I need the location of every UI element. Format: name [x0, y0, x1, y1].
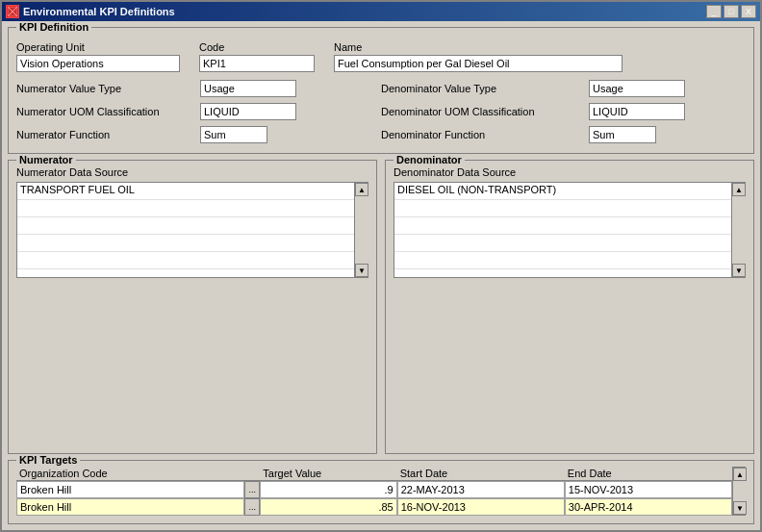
table-row[interactable]: ...	[16, 481, 732, 499]
list-item[interactable]	[394, 235, 731, 252]
data-sources-row: Numerator Numerator Data Source TRANSPOR…	[8, 160, 754, 454]
table-header-row: Organization Code Target Value Start Dat…	[16, 467, 732, 481]
denominator-data-source-container: DIESEL OIL (NON-TRANSPORT) ▲ ▼	[394, 182, 746, 278]
denominator-data-source-list[interactable]: DIESEL OIL (NON-TRANSPORT)	[394, 182, 732, 278]
start-date-cell[interactable]	[397, 498, 565, 516]
numerator-value-type-label: Numerator Value Type	[16, 83, 194, 94]
numerator-function-input[interactable]	[200, 126, 267, 143]
title-bar: Environmental KPI Definitions _ □ X	[2, 2, 760, 21]
numerator-data-source-container: TRANSPORT FUEL OIL ▲ ▼	[16, 182, 368, 278]
numerator-function-label: Numerator Function	[16, 129, 194, 140]
org-code-cell[interactable]: ...	[16, 481, 260, 499]
list-item[interactable]	[394, 217, 731, 235]
col-end-date: End Date	[565, 467, 732, 481]
numerator-data-source-list[interactable]: TRANSPORT FUEL OIL	[16, 182, 355, 278]
operating-unit-group: Operating Unit	[16, 41, 180, 72]
numerator-scrollbar[interactable]: ▲ ▼	[355, 182, 368, 278]
col-org-code: Organization Code	[16, 467, 260, 481]
scroll-up-btn[interactable]: ▲	[355, 183, 368, 196]
maximize-button[interactable]: □	[724, 5, 739, 18]
denominator-scrollbar[interactable]: ▲ ▼	[732, 182, 746, 278]
list-item[interactable]	[17, 235, 354, 252]
list-item[interactable]	[394, 200, 731, 217]
kpi-definition-label: KPI Definition	[16, 21, 91, 33]
scroll-down-btn[interactable]: ▼	[733, 501, 747, 515]
start-date-input[interactable]	[397, 498, 565, 516]
denominator-value-type-input[interactable]	[589, 80, 685, 97]
operating-unit-label: Operating Unit	[16, 41, 180, 53]
minimize-button[interactable]: _	[706, 5, 722, 18]
denominator-uom-input[interactable]	[589, 103, 685, 120]
end-date-cell[interactable]	[565, 481, 732, 499]
denominator-section: Denominator Denominator Data Source DIES…	[385, 160, 754, 454]
list-item[interactable]	[17, 252, 354, 269]
org-code-input[interactable]	[16, 498, 244, 516]
denominator-group-label: Denominator	[394, 154, 465, 165]
org-code-picker-btn[interactable]: ...	[244, 498, 260, 516]
numerator-value-type-input[interactable]	[200, 80, 296, 97]
col-target-value: Target Value	[260, 467, 396, 481]
org-code-picker-btn[interactable]: ...	[244, 481, 260, 498]
code-label: Code	[199, 41, 315, 53]
org-code-input[interactable]	[16, 481, 244, 498]
numerator-group-label: Numerator	[16, 154, 76, 165]
kpi-targets-label: KPI Targets	[16, 454, 80, 466]
numerator-uom-label: Numerator UOM Classification	[16, 106, 194, 117]
denominator-function-label: Denominator Function	[381, 129, 583, 140]
numerator-data-source-area: Numerator Data Source TRANSPORT FUEL OIL…	[16, 166, 368, 278]
target-value-input[interactable]	[260, 498, 396, 516]
name-group: Name	[334, 41, 622, 72]
code-input[interactable]	[199, 55, 315, 72]
title-bar-buttons: _ □ X	[706, 5, 756, 18]
table-row[interactable]: ...	[16, 498, 732, 516]
org-code-cell[interactable]: ...	[16, 498, 260, 516]
denominator-function-input[interactable]	[589, 126, 656, 143]
col-start-date: Start Date	[397, 467, 565, 481]
scroll-down-btn[interactable]: ▼	[732, 264, 746, 277]
target-value-input[interactable]	[260, 481, 396, 498]
list-item[interactable]	[394, 252, 731, 269]
code-group: Code	[199, 41, 315, 72]
name-input[interactable]	[334, 55, 622, 72]
scroll-up-btn[interactable]: ▲	[732, 183, 746, 196]
name-label: Name	[334, 41, 622, 53]
list-item[interactable]: DIESEL OIL (NON-TRANSPORT)	[394, 183, 731, 200]
list-item[interactable]	[17, 200, 354, 217]
end-date-input[interactable]	[565, 498, 732, 516]
kpi-definition-group: KPI Definition Operating Unit Code Name	[8, 27, 754, 154]
targets-table: Organization Code Target Value Start Dat…	[16, 467, 732, 516]
targets-scrollbar[interactable]: ▲ ▼	[732, 467, 746, 516]
scroll-up-btn[interactable]: ▲	[733, 468, 747, 481]
window-title: Environmental KPI Definitions	[23, 6, 175, 17]
numerator-uom-input[interactable]	[200, 103, 296, 120]
scroll-track	[355, 196, 368, 264]
target-value-cell[interactable]	[260, 498, 396, 516]
scroll-track	[732, 196, 746, 264]
window-icon	[6, 5, 19, 18]
title-bar-left: Environmental KPI Definitions	[6, 5, 175, 18]
numerator-data-source-label: Numerator Data Source	[16, 166, 368, 178]
denominator-data-source-label: Denominator Data Source	[394, 166, 746, 178]
scroll-track	[733, 481, 747, 501]
list-item[interactable]: TRANSPORT FUEL OIL	[17, 183, 354, 200]
list-item[interactable]	[17, 217, 354, 235]
denominator-value-type-label: Denominator Value Type	[381, 83, 583, 94]
main-content: KPI Definition Operating Unit Code Name	[2, 21, 760, 530]
denominator-uom-label: Denominator UOM Classification	[381, 106, 583, 117]
close-button[interactable]: X	[741, 5, 756, 18]
start-date-input[interactable]	[397, 481, 565, 498]
kpi-targets-section: KPI Targets Organization Code Target Val…	[8, 460, 754, 524]
start-date-cell[interactable]	[397, 481, 565, 499]
scroll-down-btn[interactable]: ▼	[355, 264, 368, 277]
main-window: Environmental KPI Definitions _ □ X KPI …	[0, 0, 762, 532]
end-date-input[interactable]	[565, 481, 732, 498]
end-date-cell[interactable]	[565, 498, 732, 516]
numerator-section: Numerator Numerator Data Source TRANSPOR…	[8, 160, 377, 454]
denominator-data-source-area: Denominator Data Source DIESEL OIL (NON-…	[394, 166, 746, 278]
targets-table-container: Organization Code Target Value Start Dat…	[16, 467, 732, 516]
operating-unit-input[interactable]	[16, 55, 180, 72]
targets-row-area: Organization Code Target Value Start Dat…	[16, 467, 746, 516]
target-value-cell[interactable]	[260, 481, 396, 499]
